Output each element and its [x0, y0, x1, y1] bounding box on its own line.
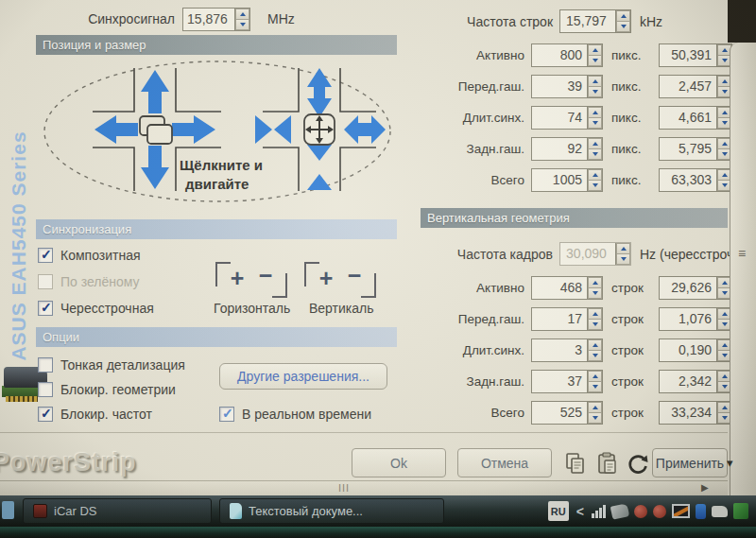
spin-up-icon[interactable]	[588, 308, 602, 319]
v-active-time-field[interactable]: 29,626	[659, 276, 732, 300]
checkbox-icon[interactable]	[38, 357, 53, 373]
line-frequency-field[interactable]: 15,797	[559, 9, 631, 33]
spin-down-icon[interactable]	[588, 86, 602, 97]
h-sync-width-time-field[interactable]: 4,661	[659, 106, 732, 130]
spin-up-icon[interactable]	[588, 76, 602, 86]
h-front-porch-pixels-field[interactable]: 39	[531, 75, 603, 98]
checkbox-icon[interactable]	[38, 248, 53, 263]
pixel-clock-spinner[interactable]	[234, 9, 249, 30]
checkbox-interlaced[interactable]: Чересстрочная	[38, 299, 154, 318]
checkbox-lock-geometry[interactable]: Блокир. геометрии	[38, 380, 176, 399]
display-settings-icon[interactable]	[672, 504, 690, 518]
tray-chevron-icon[interactable]: <	[576, 504, 584, 519]
h-front-porch-time-field[interactable]: 2,457	[659, 75, 732, 98]
taskbar-task-icar[interactable]: iCar DS	[23, 498, 212, 524]
line-frequency-value[interactable]: 15,797	[560, 10, 615, 32]
language-indicator[interactable]: RU	[548, 501, 569, 521]
side-panel-edge[interactable]: ≡	[730, 43, 756, 495]
hscroll-arrow-icon[interactable]: ▶	[701, 482, 709, 493]
h-total-pixels-field[interactable]: 1005	[531, 168, 603, 192]
spin-down-icon[interactable]	[588, 287, 602, 299]
vertical-minus-button[interactable]: −	[340, 263, 369, 289]
spinner[interactable]	[615, 10, 630, 32]
checkbox-fine-detail[interactable]: Тонкая детализация	[38, 356, 185, 374]
bluetooth-icon[interactable]	[696, 504, 706, 519]
spinner[interactable]	[587, 169, 602, 191]
v-total-time-field[interactable]: 33,234	[659, 401, 732, 425]
v-total-lines-field[interactable]: 525	[531, 401, 603, 425]
checkbox-realtime[interactable]: В реальном времени	[219, 405, 371, 424]
taskbar-task-text-document[interactable]: Текстовый докуме...	[219, 498, 444, 524]
cancel-button[interactable]: Отмена	[457, 448, 552, 477]
refresh-icon[interactable]	[627, 453, 649, 476]
pixel-clock-value[interactable]: 15,876	[183, 9, 234, 30]
start-button-edge[interactable]	[2, 501, 14, 519]
spin-down-icon[interactable]	[588, 381, 602, 392]
v-back-porch-time-field[interactable]: 2,342	[659, 370, 732, 393]
pixel-clock-field[interactable]: 15,876	[182, 8, 250, 31]
vertical-plus-button[interactable]: +	[312, 266, 340, 292]
spinner[interactable]	[587, 277, 602, 299]
checkbox-composite-sync[interactable]: Композитная	[38, 246, 141, 265]
copy-icon[interactable]	[564, 452, 587, 475]
spin-up-icon[interactable]	[588, 402, 602, 412]
spinner[interactable]	[587, 339, 602, 361]
spin-up-icon[interactable]	[588, 339, 602, 350]
spin-up-icon[interactable]	[616, 10, 630, 21]
horizontal-minus-button[interactable]: −	[251, 263, 280, 289]
spin-down-icon[interactable]	[616, 21, 630, 32]
apply-button[interactable]: Применить	[652, 448, 728, 477]
red-status-icon-2[interactable]	[653, 505, 666, 518]
checkbox-lock-frequencies[interactable]: Блокир. частот	[38, 405, 152, 424]
spinner[interactable]	[587, 44, 602, 66]
spin-down-icon[interactable]	[235, 19, 249, 30]
h-total-time-field[interactable]: 63,303	[659, 168, 732, 192]
spin-down-icon[interactable]	[588, 117, 602, 129]
h-sync-width-pixels-field[interactable]: 74	[531, 106, 603, 130]
apply-dropdown-icon[interactable]: ▾	[727, 456, 733, 470]
horizontal-plus-button[interactable]: +	[223, 266, 251, 292]
spinner[interactable]	[587, 402, 602, 424]
ok-button[interactable]: Ok	[352, 448, 446, 477]
spin-down-icon[interactable]	[588, 180, 602, 191]
checkbox-sync-on-green[interactable]: По зелёному	[38, 272, 140, 291]
h-back-porch-pixels-field[interactable]: 92	[531, 137, 603, 161]
green-status-icon[interactable]	[733, 503, 748, 519]
signal-strength-icon[interactable]	[592, 505, 606, 518]
spin-up-icon[interactable]	[588, 107, 602, 117]
spin-up-icon[interactable]	[235, 9, 249, 19]
h-back-porch-time-field[interactable]: 5,795	[659, 137, 732, 161]
v-back-porch-lines-field[interactable]: 37	[531, 370, 603, 393]
h-active-pixels-field[interactable]: 800	[531, 43, 603, 67]
spinner[interactable]	[587, 138, 602, 160]
checkbox-icon[interactable]	[38, 382, 53, 397]
checkbox-icon[interactable]	[38, 301, 53, 316]
spinner[interactable]	[587, 107, 602, 129]
spin-up-icon[interactable]	[588, 277, 602, 287]
red-status-icon-1[interactable]	[634, 505, 647, 518]
horizontal-scrollbar[interactable]: III ▶	[0, 480, 728, 495]
checkbox-icon[interactable]	[38, 407, 53, 422]
phone-tray-icon[interactable]	[610, 503, 630, 519]
hscroll-grip-icon[interactable]: III	[338, 482, 350, 494]
spinner[interactable]	[587, 371, 602, 392]
spin-up-icon[interactable]	[588, 371, 602, 381]
spin-down-icon[interactable]	[588, 148, 602, 160]
v-sync-width-lines-field[interactable]: 3	[531, 338, 603, 362]
v-front-porch-time-field[interactable]: 1,076	[659, 307, 732, 331]
spin-down-icon[interactable]	[588, 412, 602, 424]
spin-down-icon[interactable]	[588, 350, 602, 361]
spin-down-icon[interactable]	[588, 319, 602, 330]
spin-up-icon[interactable]	[588, 44, 602, 55]
checkbox-icon[interactable]	[219, 407, 234, 422]
h-active-time-field[interactable]: 50,391	[659, 43, 732, 67]
spinner[interactable]	[587, 76, 602, 97]
spin-down-icon[interactable]	[588, 55, 602, 66]
v-front-porch-lines-field[interactable]: 17	[531, 307, 603, 331]
v-active-lines-field[interactable]: 468	[531, 276, 603, 300]
checkbox-icon[interactable]	[38, 274, 53, 289]
spinner[interactable]	[587, 308, 602, 330]
paste-icon[interactable]	[596, 452, 619, 475]
spin-up-icon[interactable]	[588, 169, 602, 180]
position-size-diagram[interactable]: Щёлкните и двигайте	[36, 57, 400, 206]
